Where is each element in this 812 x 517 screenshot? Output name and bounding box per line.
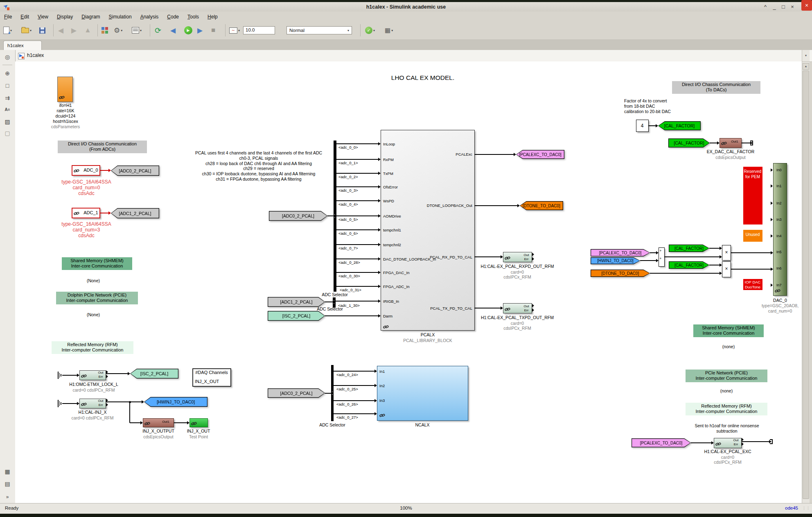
scroll-up-icon[interactable]: ▲ [803, 63, 809, 70]
tag-isc-2-pcal[interactable]: [ISC_2_PCAL] [268, 311, 325, 321]
wire[interactable] [710, 143, 717, 143]
menu-display[interactable]: Display [57, 14, 73, 20]
annotation-icon[interactable]: A≡ [3, 105, 12, 114]
signal-routing-icon[interactable]: ⇉ [3, 93, 12, 102]
wire[interactable] [334, 400, 374, 401]
menu-code[interactable]: Code [167, 14, 179, 20]
wire[interactable] [336, 272, 378, 272]
wire[interactable] [475, 154, 514, 154]
hide-browser-icon[interactable]: ◎ [3, 52, 12, 61]
tag-adc1-2-pcal[interactable]: [ADC1_2_PCAL] [111, 208, 159, 218]
stop-button[interactable]: ■ [211, 25, 215, 36]
wire[interactable] [640, 260, 656, 261]
stop-time-input[interactable]: 10.0 [243, 26, 275, 34]
wire[interactable] [742, 143, 750, 143]
model-advisor-button[interactable]: ✓▾ [365, 25, 375, 36]
property-inspector-icon[interactable]: ▤ [3, 479, 12, 488]
tag-pcalexc-to-dac0[interactable]: [PCALEXC_TO_DAC0] [591, 249, 650, 256]
tag-cal-factor[interactable]: [CAL_FACTOR] [658, 121, 701, 130]
wire[interactable] [100, 213, 108, 213]
close-button[interactable]: × [788, 3, 796, 11]
library-browser-button[interactable] [102, 25, 108, 36]
up-to-parent-button[interactable]: ▲ [84, 25, 91, 36]
wire[interactable] [665, 256, 720, 257]
wire[interactable] [325, 393, 331, 393]
wire[interactable] [336, 301, 378, 301]
wire[interactable] [334, 413, 374, 414]
tag-adc0-2-pcal[interactable]: [ADC0_2_PCAL] [269, 211, 327, 221]
model-explorer-button[interactable]: ▾ [132, 25, 142, 36]
menu-edit[interactable]: Edit [20, 14, 29, 20]
wire[interactable] [336, 143, 378, 144]
scrollbar-thumb[interactable] [803, 70, 809, 499]
dac0-block[interactable] [773, 163, 787, 296]
ncal-adc-selector-bus[interactable] [331, 365, 334, 421]
open-button[interactable]: ▾ [21, 25, 32, 36]
scrollbar-dropdown-icon[interactable]: ▾ [802, 50, 810, 62]
ncalx-block[interactable] [377, 366, 468, 421]
tag-hwinj-to-dac0[interactable]: [HWINJ_TO_DAC0] [144, 397, 208, 407]
tag-pcalexc-to-dac0[interactable]: [PCALEXC_TO_DAC0] [516, 150, 564, 159]
wire[interactable] [336, 244, 378, 245]
wire[interactable] [334, 385, 374, 385]
wire[interactable] [742, 441, 769, 442]
step-forward-button[interactable]: ▶ [197, 25, 203, 36]
wire[interactable] [336, 229, 378, 230]
fit-to-view-icon[interactable]: □ [3, 81, 12, 90]
save-button[interactable] [39, 25, 45, 36]
shade-button[interactable]: ^ [761, 3, 769, 11]
cdsparameters-block[interactable] [57, 77, 73, 102]
wire[interactable] [325, 315, 378, 316]
wire[interactable] [336, 186, 378, 187]
wire[interactable] [174, 422, 187, 423]
tag-cal-factor[interactable]: [CAL_FACTOR] [668, 138, 710, 147]
run-button[interactable]: ▶ [184, 25, 192, 36]
wire[interactable] [106, 373, 128, 374]
menu-diagram[interactable]: Diagram [81, 14, 100, 20]
update-diagram-button[interactable]: ⟳ [155, 25, 161, 36]
corner-close-button[interactable]: × [801, 0, 812, 11]
image-annotation-icon[interactable]: ▨ [3, 117, 12, 126]
menu-view[interactable]: View [38, 14, 48, 20]
menu-help[interactable]: Help [208, 14, 218, 20]
minimize-button[interactable]: _ [770, 3, 778, 11]
maximize-button[interactable]: □ [779, 3, 787, 11]
wire[interactable] [336, 258, 378, 259]
forward-button[interactable]: ▶ [71, 25, 77, 36]
wire[interactable] [129, 402, 130, 423]
simulation-data-inspector-button[interactable]: ∼▾ [229, 25, 240, 36]
wire[interactable] [691, 442, 711, 443]
tag-pcalexc-to-dac0[interactable]: [PCALEXC_TO_DAC0] [632, 438, 691, 447]
tab-h1calex[interactable]: h1calex [3, 41, 42, 50]
inj-x-out-testpoint[interactable] [189, 418, 208, 427]
status-solver-link[interactable]: ode45 [785, 506, 798, 510]
wire[interactable] [100, 170, 108, 170]
wire[interactable] [327, 215, 334, 216]
tag-adc1-2-pcal[interactable]: [ADC1_2_PCAL] [268, 297, 325, 307]
wire[interactable] [336, 215, 378, 216]
build-button[interactable]: ▦▾ [385, 25, 393, 36]
wire[interactable] [731, 269, 771, 269]
zoom-icon[interactable]: ⊕ [3, 69, 12, 78]
tag-cal-factor[interactable]: [CAL_FACTOR] [669, 261, 709, 269]
new-model-button[interactable]: +▾ [3, 25, 12, 36]
wire[interactable] [475, 205, 517, 206]
wire[interactable] [325, 302, 333, 302]
step-back-button[interactable]: ◀ [170, 25, 176, 36]
wire[interactable] [475, 256, 501, 257]
wire[interactable] [334, 371, 374, 371]
wire[interactable] [731, 252, 771, 253]
wire[interactable] [709, 248, 720, 248]
tag-dtone-to-dac0[interactable]: [DTONE_TO_DAC0] [520, 201, 563, 210]
wire[interactable] [336, 286, 378, 286]
wire[interactable] [106, 401, 142, 402]
wire[interactable] [650, 273, 720, 273]
wire[interactable] [475, 308, 501, 308]
menu-simulation[interactable]: Simulation [109, 14, 132, 20]
simulation-mode-select[interactable]: Normal▾ [286, 26, 352, 34]
tag-hwinj-to-dac0[interactable]: [HWINJ_TO_DAC0] [591, 257, 640, 264]
wire[interactable] [336, 173, 378, 173]
wire[interactable] [336, 159, 378, 159]
back-button[interactable]: ◀ [58, 25, 63, 36]
model-settings-button[interactable]: ⚙▾ [114, 25, 122, 36]
